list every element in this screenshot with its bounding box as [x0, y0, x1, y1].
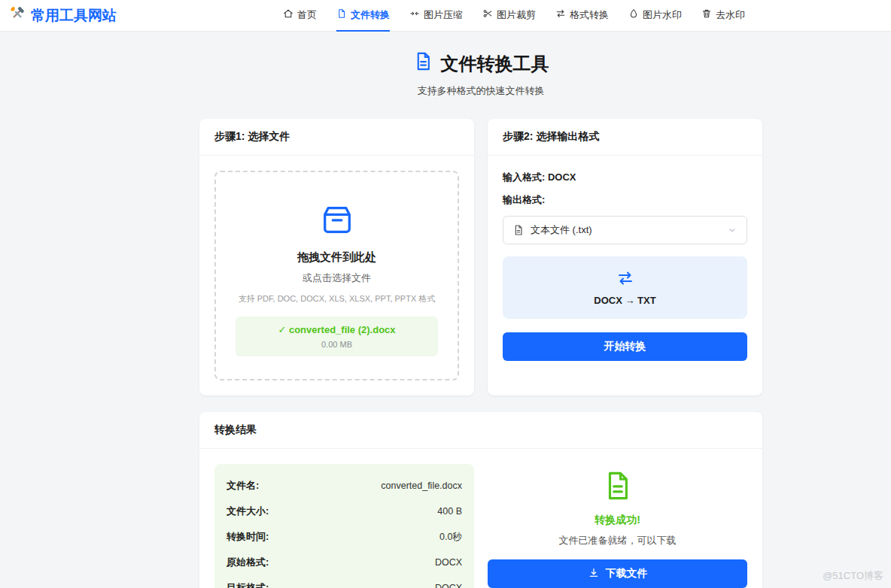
- nav-item-image-crop[interactable]: 图片裁剪: [482, 0, 536, 32]
- nav-item-image-compress[interactable]: 图片压缩: [409, 0, 463, 32]
- selected-file-name: ✓ converted_file (2).docx: [242, 324, 432, 335]
- dropzone-main-text: 拖拽文件到此处: [230, 250, 444, 265]
- step2-title: 步骤2: 选择输出格式: [488, 119, 762, 156]
- page-title: 文件转换工具: [199, 51, 762, 76]
- success-document-icon: [488, 470, 747, 505]
- download-icon: [588, 567, 600, 581]
- result-card: 转换结果 文件名: converted_file.docx 文件大小: 400 …: [199, 412, 762, 588]
- conversion-preview-text: DOCX → TXT: [510, 295, 740, 306]
- info-row-filename: 文件名: converted_file.docx: [227, 473, 462, 499]
- info-row-duration: 转换时间: 0.0秒: [227, 524, 462, 550]
- image-watermark-icon: [628, 8, 639, 21]
- nav-item-label: 首页: [297, 8, 317, 22]
- nav-item-label: 图片水印: [643, 8, 682, 22]
- site-logo-text: 常用工具网站: [31, 6, 117, 26]
- download-button[interactable]: 下载文件: [488, 559, 747, 588]
- image-crop-icon: [482, 8, 493, 21]
- nav-item-label: 格式转换: [570, 8, 609, 22]
- home-icon: [283, 8, 293, 21]
- main-nav: 首页 文件转换 图片压缩 图片裁剪 格式转换: [283, 0, 745, 31]
- result-success-panel: 转换成功! 文件已准备就绪，可以下载 下载文件: [488, 464, 747, 588]
- dropzone-sub-text: 或点击选择文件: [230, 271, 444, 285]
- info-row-target-format: 目标格式: DOCX: [227, 575, 462, 588]
- nav-item-format-convert[interactable]: 格式转换: [555, 0, 609, 32]
- chevron-down-icon: [727, 225, 737, 235]
- nav-item-label: 去水印: [716, 8, 745, 22]
- success-title: 转换成功!: [488, 514, 747, 527]
- dropzone-formats-text: 支持 PDF, DOC, DOCX, XLS, XLSX, PPT, PPTX …: [230, 293, 444, 305]
- image-compress-icon: [409, 8, 420, 21]
- page-subtitle: 支持多种格式的快速文件转换: [199, 84, 762, 98]
- file-dropzone[interactable]: 拖拽文件到此处 或点击选择文件 支持 PDF, DOC, DOCX, XLS, …: [214, 171, 459, 380]
- check-icon: ✓: [278, 324, 286, 335]
- nav-item-label: 图片裁剪: [497, 8, 536, 22]
- inbox-icon: [230, 202, 444, 240]
- remove-watermark-icon: [701, 8, 712, 21]
- format-convert-icon: [555, 8, 566, 21]
- output-format-label: 输出格式:: [503, 193, 747, 207]
- text-file-icon: [512, 224, 525, 236]
- swap-arrows-icon: [616, 277, 634, 289]
- info-row-filesize: 文件大小: 400 B: [227, 499, 462, 524]
- page-title-text: 文件转换工具: [441, 52, 549, 76]
- nav-item-remove-watermark[interactable]: 去水印: [701, 0, 745, 32]
- nav-item-file-convert[interactable]: 文件转换: [336, 0, 390, 32]
- step2-card: 步骤2: 选择输出格式 输入格式: DOCX 输出格式: 文本文件 (.txt)…: [488, 119, 762, 396]
- step1-title: 步骤1: 选择文件: [199, 119, 474, 156]
- nav-item-label: 图片压缩: [424, 8, 463, 22]
- result-title: 转换结果: [199, 412, 762, 449]
- file-convert-icon: [336, 8, 347, 21]
- selected-file-box: ✓ converted_file (2).docx 0.00 MB: [236, 317, 438, 356]
- tools-icon: [9, 5, 26, 26]
- output-format-select[interactable]: 文本文件 (.txt): [503, 216, 747, 244]
- top-navbar: 常用工具网站 首页 文件转换 图片压缩 图片裁剪: [0, 0, 891, 32]
- document-icon: [413, 51, 433, 76]
- nav-item-home[interactable]: 首页: [283, 0, 317, 32]
- main-content: 文件转换工具 支持多种格式的快速文件转换 步骤1: 选择文件 拖拽文件到此处 或…: [199, 51, 762, 588]
- site-watermark: @51CTO博客: [823, 569, 883, 583]
- nav-item-label: 文件转换: [351, 8, 390, 22]
- input-format-label: 输入格式: DOCX: [503, 171, 747, 184]
- output-format-select-value: 文本文件 (.txt): [531, 223, 592, 237]
- success-subtitle: 文件已准备就绪，可以下载: [488, 534, 747, 547]
- conversion-preview: DOCX → TXT: [503, 256, 747, 319]
- nav-item-image-watermark[interactable]: 图片水印: [628, 0, 682, 32]
- convert-button[interactable]: 开始转换: [503, 332, 747, 361]
- site-logo[interactable]: 常用工具网站: [9, 5, 117, 26]
- result-info-box: 文件名: converted_file.docx 文件大小: 400 B 转换时…: [214, 464, 474, 588]
- selected-file-size: 0.00 MB: [242, 340, 432, 349]
- info-row-source-format: 原始格式: DOCX: [227, 550, 462, 575]
- step1-card: 步骤1: 选择文件 拖拽文件到此处 或点击选择文件 支持 PDF, DOC, D…: [199, 119, 474, 396]
